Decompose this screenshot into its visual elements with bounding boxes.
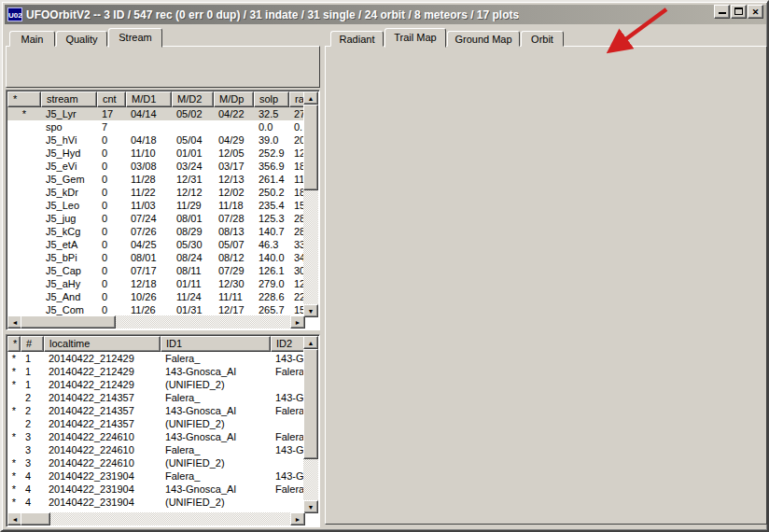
table-cell: 265.7	[254, 303, 289, 316]
table-cell: *	[7, 107, 41, 120]
table-cell: 46.3	[254, 238, 289, 251]
table-row[interactable]: J5_Hyd011/1001/0112/05252.912	[7, 147, 305, 160]
table-cell: 07/17	[126, 264, 172, 277]
stream-vertical-scrollbar[interactable]: ▲ ▼	[303, 91, 318, 317]
table-cell: 01/31	[172, 303, 214, 316]
table-cell: 11/18	[214, 199, 254, 212]
column-header[interactable]: M/D2	[172, 91, 214, 107]
table-row[interactable]: 220140422_214357Falera_143-Gn	[7, 391, 305, 404]
tab-stream[interactable]: Stream	[108, 28, 162, 48]
table-cell: 252.9	[254, 147, 289, 160]
column-header[interactable]: *	[7, 91, 41, 107]
tab-main[interactable]: Main	[9, 31, 55, 47]
table-cell: 11/28	[126, 173, 172, 186]
column-header[interactable]: *	[7, 336, 21, 352]
table-cell: 12/05	[214, 147, 254, 160]
column-header[interactable]: stream	[41, 91, 97, 107]
table-row[interactable]: J5_Leo011/0311/2911/18235.415	[7, 199, 305, 212]
table-cell: 3	[21, 430, 44, 443]
table-row[interactable]: 320140422_224610Falera_143-Gn	[7, 443, 305, 456]
column-header[interactable]: ID2	[271, 336, 305, 352]
table-row[interactable]: *220140422_214357143-Gnosca_AlFalera_	[7, 404, 305, 417]
scroll-down-icon[interactable]: ▼	[303, 500, 318, 513]
column-header[interactable]: M/D1	[126, 91, 172, 107]
table-row[interactable]: J5_etA004/2505/3005/0746.333	[7, 238, 305, 251]
table-row[interactable]: J5_jug007/2408/0107/28125.328	[7, 212, 305, 225]
table-row[interactable]: *120140422_212429(UNIFIED_2)	[7, 378, 305, 391]
scroll-up-icon[interactable]: ▲	[303, 91, 318, 105]
table-row[interactable]: *420140422_231904Falera_143-Gn	[7, 469, 305, 483]
table-row[interactable]: J5_Gem011/2812/3112/13261.411	[7, 173, 305, 186]
table-row[interactable]: *420140422_231904(UNIFIED_2)	[7, 496, 305, 509]
event-horizontal-scrollbar[interactable]: ◄ ►	[7, 512, 305, 525]
scroll-right-icon[interactable]: ►	[290, 512, 305, 525]
trailmap-tab-pane	[325, 46, 767, 525]
table-row[interactable]: *J5_Lyr1704/1405/0204/2232.527	[7, 107, 305, 120]
table-header-row: *streamcntM/D1M/D2M/Dpsolpra	[7, 91, 305, 107]
table-row[interactable]: J5_Cap007/1708/1107/29126.130	[7, 264, 305, 277]
scroll-thumb[interactable]	[303, 105, 318, 190]
table-cell: J5_Lyr	[41, 107, 97, 120]
table-cell: *	[7, 469, 21, 483]
tab-orbit[interactable]: Orbit	[521, 31, 564, 47]
table-cell	[7, 186, 41, 199]
table-cell: 32.5	[254, 107, 289, 120]
table-cell: 07/28	[214, 212, 254, 225]
table-cell: 0.0	[254, 120, 289, 133]
scroll-up-icon[interactable]: ▲	[303, 336, 318, 349]
table-cell: 0	[97, 133, 126, 147]
table-cell	[7, 147, 41, 160]
tab-ground-map[interactable]: Ground Map	[447, 31, 520, 47]
scroll-thumb[interactable]	[21, 315, 116, 329]
table-cell: (UNIFIED_2)	[161, 496, 271, 509]
event-vertical-scrollbar[interactable]: ▲ ▼	[303, 336, 318, 513]
table-row[interactable]: J5_aHy012/1801/1112/30279.012	[7, 277, 305, 290]
table-cell	[271, 378, 305, 391]
column-header[interactable]: ID1	[161, 336, 271, 352]
table-cell: 04/18	[126, 133, 172, 147]
scroll-right-icon[interactable]: ►	[290, 315, 305, 329]
scroll-thumb[interactable]	[21, 512, 50, 525]
column-header[interactable]: #	[21, 336, 44, 352]
table-row[interactable]: J5_hVi004/1805/0404/2939.020	[7, 133, 305, 147]
table-row[interactable]: *320140422_224610(UNIFIED_2)	[7, 456, 305, 469]
stream-horizontal-scrollbar[interactable]: ◄ ►	[7, 315, 305, 329]
table-row[interactable]: *120140422_212429143-Gnosca_AlFalera_	[7, 365, 305, 378]
table-cell: 0	[97, 277, 126, 290]
table-row[interactable]: spo70.00.	[7, 120, 305, 133]
table-row[interactable]: J5_And010/2611/2411/11228.622	[7, 290, 305, 303]
table-cell: 03/24	[172, 160, 214, 173]
table-row[interactable]: *320140422_224610143-Gnosca_AlFalera_	[7, 430, 305, 443]
scroll-thumb[interactable]	[303, 349, 318, 459]
column-header[interactable]: solp	[254, 91, 289, 107]
tab-quality[interactable]: Quality	[56, 31, 107, 47]
table-cell: 20140422_212429	[44, 352, 161, 365]
table-row[interactable]: *420140422_231904143-Gnosca_AlFalera_	[7, 483, 305, 496]
table-row[interactable]: 220140422_214357(UNIFIED_2)	[7, 417, 305, 430]
scroll-down-icon[interactable]: ▼	[303, 304, 318, 317]
tab-trail-map[interactable]: Trail Map	[384, 28, 446, 48]
column-header[interactable]: localtime	[44, 336, 161, 352]
tab-radiant[interactable]: Radiant	[330, 31, 384, 47]
table-cell	[7, 173, 41, 186]
minimize-button[interactable]	[714, 5, 730, 19]
table-row[interactable]: J5_kCg007/2608/2908/13140.728	[7, 225, 305, 238]
table-cell: 0	[97, 290, 126, 303]
table-row[interactable]: *120140422_212429Falera_143-Gn	[7, 352, 305, 365]
column-header[interactable]: M/Dp	[214, 91, 254, 107]
table-row[interactable]: J5_kDr011/2212/1212/02250.218	[7, 186, 305, 199]
table-cell: 11/10	[126, 147, 172, 160]
table-cell	[7, 238, 41, 251]
table-row[interactable]: J5_eVi003/0803/2403/17356.918	[7, 160, 305, 173]
table-row[interactable]: J5_Com011/2601/3112/17265.715	[7, 303, 305, 316]
table-row[interactable]: J5_bPi008/0108/2408/12140.034	[7, 251, 305, 264]
column-header[interactable]: cnt	[97, 91, 126, 107]
table-cell	[7, 264, 41, 277]
table-cell: 235.4	[254, 199, 289, 212]
table-cell: 01/11	[172, 277, 214, 290]
table-cell: 08/01	[126, 251, 172, 264]
table-cell: 07/24	[126, 212, 172, 225]
table-cell: 140.7	[254, 225, 289, 238]
maximize-button[interactable]	[731, 5, 747, 19]
close-button[interactable]: ✕	[748, 5, 763, 19]
